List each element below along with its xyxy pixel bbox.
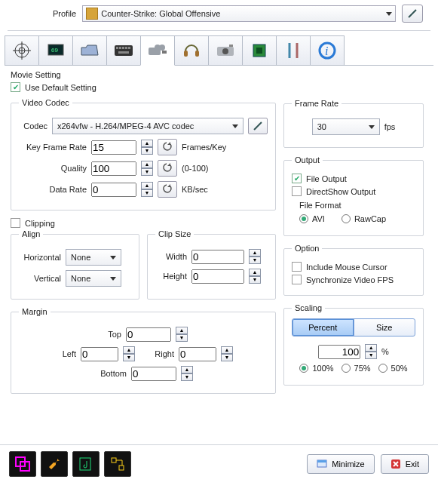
avi-radio[interactable]: AVI <box>299 214 325 223</box>
clip-h-down[interactable]: ▼ <box>249 276 261 284</box>
margin-right-input[interactable] <box>179 347 216 361</box>
settings-button[interactable] <box>41 451 68 477</box>
v-align-select[interactable]: None <box>66 270 121 287</box>
svg-rect-8 <box>119 47 121 49</box>
margin-left-up[interactable]: ▲ <box>123 346 135 354</box>
scale-100-label: 100% <box>312 364 333 373</box>
dr-reset-button[interactable] <box>158 181 177 198</box>
movie-setting-title: Movie Setting <box>11 70 276 79</box>
camcorder-icon <box>147 43 168 58</box>
svg-rect-10 <box>125 47 127 49</box>
flow-icon <box>110 456 125 472</box>
q-down[interactable]: ▼ <box>141 168 153 176</box>
svg-rect-16 <box>162 51 167 54</box>
dr-down[interactable]: ▼ <box>141 189 153 197</box>
scale-50-radio[interactable]: 50% <box>378 364 408 373</box>
overlay-button[interactable] <box>9 451 36 477</box>
use-default-checkbox[interactable]: ✔ <box>11 82 20 92</box>
scale-down[interactable]: ▼ <box>365 352 377 359</box>
edit-profile-button[interactable] <box>402 5 423 23</box>
svg-point-20 <box>222 48 228 54</box>
dr-input[interactable] <box>91 183 136 197</box>
margin-top-input[interactable] <box>126 327 171 342</box>
tab-keyboard[interactable] <box>106 35 141 66</box>
tab-capture[interactable] <box>72 35 107 66</box>
exit-button[interactable]: Exit <box>381 454 429 474</box>
svg-rect-7 <box>116 47 118 49</box>
kfr-reset-button[interactable] <box>158 139 177 155</box>
tab-audio[interactable] <box>174 35 209 66</box>
dshow-checkbox[interactable]: ✔ <box>292 186 302 196</box>
q-input[interactable] <box>91 161 136 176</box>
exit-label: Exit <box>406 459 419 469</box>
codec-config-button[interactable] <box>248 118 268 134</box>
kfr-input[interactable] <box>91 140 136 155</box>
margin-right-down[interactable]: ▼ <box>221 354 233 361</box>
tab-movie[interactable] <box>140 35 175 66</box>
clipping-label: Clipping <box>25 219 55 228</box>
scaling-percent-button[interactable]: Percent <box>292 318 354 337</box>
tab-screenshot[interactable] <box>208 35 243 66</box>
file-format-label: File Format <box>299 201 415 210</box>
margin-right-up[interactable]: ▲ <box>221 346 233 354</box>
dshow-label: DirectShow Output <box>306 187 375 196</box>
margin-bottom-down[interactable]: ▼ <box>181 373 193 381</box>
keyboard-icon <box>114 45 133 57</box>
align-group: Align Horizontal None Vertical None <box>11 229 139 300</box>
clip-w-input[interactable] <box>191 250 244 264</box>
fps-select[interactable]: 30 <box>312 118 380 135</box>
file-output-label: File Output <box>306 174 347 183</box>
use-default-label: Use Default Setting <box>25 83 96 92</box>
option-legend: Option <box>292 244 322 253</box>
scale-75-radio[interactable]: 75% <box>342 364 371 373</box>
flow-button[interactable] <box>104 451 131 477</box>
minimize-button[interactable]: Minimize <box>307 454 374 474</box>
frame-rate-legend: Frame Rate <box>292 99 342 108</box>
profile-select[interactable]: Counter-Strike: Global Offensive <box>82 5 396 22</box>
q-up[interactable]: ▲ <box>141 161 153 168</box>
dr-label: Data Rate <box>19 185 87 194</box>
tab-target[interactable] <box>5 35 39 66</box>
scale-up[interactable]: ▲ <box>365 344 377 352</box>
tab-info[interactable]: i <box>310 35 345 66</box>
tab-tools[interactable] <box>276 35 311 66</box>
codec-value: x264vfw - H.264/MPEG-4 AVC codec <box>57 121 194 131</box>
clipping-checkbox[interactable]: ✔ <box>11 218 20 228</box>
music-button[interactable] <box>72 451 100 477</box>
dr-up[interactable]: ▲ <box>141 182 153 189</box>
layers-icon <box>14 456 31 472</box>
video-codec-group: Video Codec Codec x264vfw - H.264/MPEG-4… <box>11 98 276 211</box>
margin-top-up[interactable]: ▲ <box>176 327 188 334</box>
tab-display[interactable]: 69 <box>38 35 73 66</box>
mouse-cursor-checkbox[interactable]: ✔ <box>292 262 302 272</box>
csgo-icon <box>86 8 98 20</box>
clip-h-up[interactable]: ▲ <box>249 269 261 276</box>
profile-label: Profile <box>53 9 76 18</box>
clip-h-input[interactable] <box>191 269 244 284</box>
rawcap-radio[interactable]: RawCap <box>342 214 386 223</box>
sync-label: Synchronize Video FPS <box>306 275 394 284</box>
wrench-icon <box>47 456 62 472</box>
scaling-value-input[interactable] <box>318 345 360 359</box>
tab-hardware[interactable] <box>242 35 277 66</box>
clip-w-down[interactable]: ▼ <box>249 257 261 264</box>
margin-top-down[interactable]: ▼ <box>176 334 188 342</box>
q-reset-button[interactable] <box>158 160 177 177</box>
scaling-size-button[interactable]: Size <box>354 318 416 337</box>
margin-left-input[interactable] <box>81 347 118 361</box>
h-align-value: None <box>71 253 90 262</box>
reset-icon <box>162 142 173 152</box>
h-align-select[interactable]: None <box>66 249 121 266</box>
file-output-checkbox[interactable]: ✔ <box>292 174 302 183</box>
margin-bottom-input[interactable] <box>131 367 176 381</box>
kfr-up[interactable]: ▲ <box>141 140 153 147</box>
margin-bottom-up[interactable]: ▲ <box>181 366 193 373</box>
chevron-down-icon <box>386 12 392 16</box>
scale-100-radio[interactable]: 100% <box>299 364 333 373</box>
kfr-down[interactable]: ▼ <box>141 147 153 155</box>
codec-select[interactable]: x264vfw - H.264/MPEG-4 AVC codec <box>52 118 244 134</box>
monitor-icon: 69 <box>47 43 65 58</box>
sync-fps-checkbox[interactable]: ✔ <box>292 275 302 284</box>
margin-left-down[interactable]: ▼ <box>123 354 135 361</box>
clip-w-up[interactable]: ▲ <box>249 249 261 257</box>
